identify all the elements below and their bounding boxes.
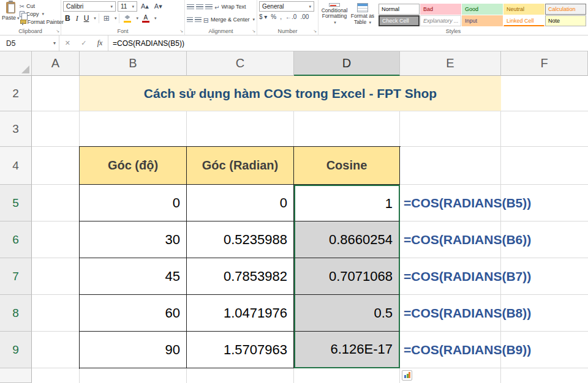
font-size-select[interactable]: 11▾ bbox=[118, 1, 137, 12]
fill-color-icon[interactable] bbox=[124, 15, 131, 23]
decrease-font-size-button[interactable]: A▾ bbox=[153, 2, 164, 12]
column-header-D[interactable]: D bbox=[294, 51, 400, 76]
cell-B7[interactable]: 45 bbox=[80, 258, 187, 295]
divider bbox=[99, 13, 99, 23]
cancel-icon[interactable]: ✕ bbox=[65, 39, 70, 47]
copy-button[interactable]: Copy▾ bbox=[20, 10, 64, 18]
decrease-decimal-button[interactable]: .00 bbox=[300, 13, 309, 20]
clipboard-dialog-launcher[interactable]: ↘ bbox=[56, 29, 59, 34]
align-left-icon[interactable] bbox=[187, 17, 193, 23]
underline-button[interactable]: U bbox=[82, 13, 91, 23]
merge-center-icon[interactable] bbox=[203, 14, 209, 25]
row-header-6[interactable]: 6 bbox=[0, 221, 32, 258]
format-as-table-button[interactable]: Format as Table ▾ bbox=[349, 1, 377, 26]
row-header-2[interactable]: 2 bbox=[0, 76, 32, 111]
align-top-icon[interactable] bbox=[187, 4, 194, 10]
enter-icon[interactable]: ✓ bbox=[81, 39, 86, 47]
cell-D9[interactable]: 6.126E-17 bbox=[294, 332, 400, 368]
cell-style-neutral[interactable]: Neutral bbox=[503, 4, 545, 15]
cell-B4-table-header[interactable]: Góc (độ) bbox=[80, 147, 187, 185]
conditional-formatting-button[interactable]: Conditional Formatting ▾ bbox=[320, 1, 349, 26]
cell-style-check-cell[interactable]: Check Cell bbox=[379, 15, 420, 26]
cell-D8[interactable]: 0.5 bbox=[294, 295, 400, 332]
cell-B5[interactable]: 0 bbox=[80, 185, 187, 221]
comma-style-button[interactable]: , bbox=[280, 13, 282, 20]
wrap-text-button[interactable]: Wrap Text bbox=[221, 4, 246, 10]
divider bbox=[119, 13, 119, 23]
row-header-partial[interactable] bbox=[0, 368, 32, 383]
merge-center-button[interactable]: Merge & Center bbox=[211, 17, 250, 23]
row-header-5[interactable]: 5 bbox=[0, 185, 32, 221]
cell-title[interactable]: Cách sử dụng hàm COS trong Excel - FPT S… bbox=[80, 76, 501, 111]
cell-C8[interactable]: 1.0471976 bbox=[187, 295, 294, 332]
cell-C6[interactable]: 0.5235988 bbox=[187, 221, 294, 258]
clipboard-group-label: Clipboard bbox=[18, 28, 42, 34]
cell-D7[interactable]: 0.7071068 bbox=[294, 258, 400, 295]
cell-C5[interactable]: 0 bbox=[187, 185, 294, 221]
align-center-icon[interactable] bbox=[195, 17, 201, 23]
align-middle-icon[interactable] bbox=[196, 4, 203, 10]
cell-style-bad[interactable]: Bad bbox=[420, 4, 461, 15]
cell-style-linked-cell[interactable]: Linked Cell bbox=[503, 15, 545, 26]
cell-D6[interactable]: 0.8660254 bbox=[294, 221, 400, 258]
cell-style-normal[interactable]: Normal bbox=[379, 4, 420, 15]
column-header-E[interactable]: E bbox=[400, 51, 501, 76]
increase-decimal-button[interactable]: ←.0 bbox=[285, 13, 296, 20]
conditional-formatting-icon bbox=[329, 3, 340, 7]
dropdown-arrow-icon: ▾ bbox=[334, 20, 336, 24]
cell-style-input[interactable]: Input bbox=[462, 15, 503, 26]
accounting-format-button[interactable]: $ ▾ bbox=[259, 13, 267, 20]
cut-button[interactable]: Cut bbox=[20, 2, 64, 10]
cell-C7[interactable]: 0.7853982 bbox=[187, 258, 294, 295]
font-color-icon[interactable]: A bbox=[142, 15, 149, 23]
cell-style-explanatory[interactable]: Explanatory ... bbox=[420, 15, 461, 26]
font-color-dropdown-arrow-icon[interactable]: ▾ bbox=[154, 16, 157, 21]
quick-analysis-button[interactable] bbox=[402, 370, 412, 381]
borders-dropdown-arrow-icon[interactable]: ▾ bbox=[115, 16, 117, 21]
number-dialog-launcher[interactable]: ↘ bbox=[313, 29, 317, 34]
cell-style-good[interactable]: Good bbox=[462, 4, 503, 15]
number-format-select[interactable]: General▾ bbox=[259, 1, 314, 12]
name-box-dropdown-arrow-icon[interactable]: ▾ bbox=[53, 40, 56, 46]
cell-D4-table-header[interactable]: Cosine bbox=[294, 147, 400, 185]
borders-button[interactable] bbox=[102, 13, 111, 23]
row-header-9[interactable]: 9 bbox=[0, 332, 32, 368]
alignment-dialog-launcher[interactable]: ↘ bbox=[252, 29, 255, 34]
row-header-3[interactable]: 3 bbox=[0, 111, 32, 147]
underline-dropdown-arrow-icon[interactable]: ▾ bbox=[94, 16, 96, 21]
column-header-C[interactable]: C bbox=[187, 51, 294, 76]
cell-style-note[interactable]: Note bbox=[545, 15, 586, 26]
alignment-group-label: Alignment bbox=[208, 28, 233, 34]
name-box[interactable]: D5 ▾ bbox=[0, 35, 59, 51]
cell-B6[interactable]: 30 bbox=[80, 221, 187, 258]
select-all-corner[interactable] bbox=[0, 51, 32, 76]
increase-font-size-button[interactable]: A▴ bbox=[139, 2, 151, 12]
bold-button[interactable]: B bbox=[63, 13, 72, 23]
column-header-B[interactable]: B bbox=[80, 51, 187, 76]
cell-C9[interactable]: 1.5707963 bbox=[187, 332, 294, 368]
formula-label-row7: =COS(RADIANS(B7)) bbox=[404, 258, 587, 295]
italic-button[interactable]: I bbox=[74, 13, 80, 23]
formula-input[interactable]: =COS(RADIANS(B5)) bbox=[108, 35, 588, 51]
insert-function-icon[interactable]: fx bbox=[97, 39, 103, 48]
cell-B9[interactable]: 90 bbox=[80, 332, 187, 368]
wrap-text-icon[interactable] bbox=[214, 1, 219, 12]
align-bottom-icon[interactable] bbox=[205, 4, 213, 10]
dropdown-arrow-icon: ▾ bbox=[252, 17, 255, 22]
cell-D5-active[interactable]: 1 bbox=[294, 185, 400, 221]
column-header-F[interactable]: F bbox=[501, 51, 588, 76]
percent-style-button[interactable]: % bbox=[271, 13, 276, 20]
cell-style-calculation[interactable]: Calculation bbox=[545, 4, 586, 15]
format-painter-button[interactable]: Format Painter bbox=[20, 18, 64, 26]
fill-color-dropdown-arrow-icon[interactable]: ▾ bbox=[136, 16, 138, 21]
row-header-4[interactable]: 4 bbox=[0, 147, 32, 185]
row-header-8[interactable]: 8 bbox=[0, 295, 32, 332]
column-header-A[interactable]: A bbox=[32, 51, 80, 76]
font-family-select[interactable]: Calibri▾ bbox=[63, 1, 116, 12]
spreadsheet-grid[interactable]: A B C D E F 2 3 4 5 6 7 8 9 Cách sử dụng… bbox=[0, 51, 588, 383]
font-dialog-launcher[interactable]: ↘ bbox=[179, 29, 183, 34]
cell-B8[interactable]: 60 bbox=[80, 295, 187, 332]
paste-button[interactable]: Paste▾ bbox=[2, 1, 20, 26]
row-header-7[interactable]: 7 bbox=[0, 258, 32, 295]
cell-C4-table-header[interactable]: Góc (Radian) bbox=[187, 147, 294, 185]
